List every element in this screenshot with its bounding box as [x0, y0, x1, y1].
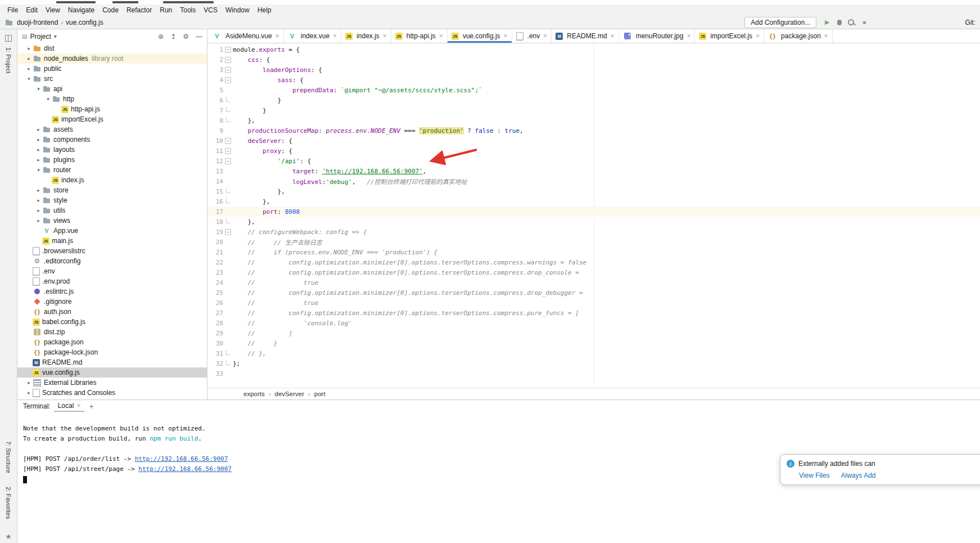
fold-marker-icon[interactable]	[223, 196, 233, 207]
tree-item-scratches-and-consoles[interactable]: ▸Scratches and Consoles	[17, 388, 207, 398]
menu-item-view[interactable]: View	[42, 5, 64, 15]
chevron-right-icon[interactable]: ▸	[35, 218, 42, 223]
fold-marker-icon[interactable]	[223, 156, 233, 166]
fold-marker-icon[interactable]	[223, 55, 233, 65]
fold-marker-icon[interactable]	[223, 75, 233, 85]
tree-item-auth-json[interactable]: {}auth.json	[17, 307, 207, 317]
project-tool-window-icon[interactable]	[5, 35, 12, 42]
git-widget-label[interactable]: Git:	[965, 19, 976, 26]
tool-window-button-1-project[interactable]: 1: Project	[5, 47, 12, 73]
tree-item-dist-zip[interactable]: dist.zip	[17, 327, 207, 337]
breadcrumb-project[interactable]: duoji-frontend	[16, 19, 59, 26]
editor-tab-index-vue[interactable]: Vindex.vue×	[284, 29, 341, 43]
chevron-down-icon[interactable]: ▾	[35, 167, 42, 173]
tree-item-browserslistrc[interactable]: .browserslistrc	[17, 246, 207, 256]
terminal-link[interactable]: http://192.168.66.56:9007	[135, 455, 228, 463]
tree-item-api[interactable]: ▾api	[17, 84, 207, 94]
close-icon[interactable]: ×	[333, 32, 337, 40]
menu-item-run[interactable]: Run	[156, 5, 176, 15]
chevron-down-icon[interactable]: ▾	[25, 76, 33, 82]
search-everywhere-icon[interactable]	[846, 17, 858, 28]
chevron-down-icon[interactable]: ▾	[54, 33, 57, 39]
fold-marker-icon[interactable]	[223, 146, 233, 156]
breadcrumb-file[interactable]: vue.config.js	[65, 19, 105, 26]
fold-marker-icon[interactable]	[223, 358, 233, 369]
tree-item-app-vue[interactable]: VApp.vue	[17, 226, 207, 236]
fold-marker-icon[interactable]	[223, 217, 233, 227]
chevron-right-icon[interactable]: ▸	[35, 198, 42, 203]
chevron-down-icon[interactable]: ▾	[44, 96, 52, 102]
new-terminal-button[interactable]: +	[89, 402, 93, 411]
menu-item-code[interactable]: Code	[98, 5, 123, 15]
chevron-down-icon[interactable]: ▾	[35, 86, 42, 92]
chevron-right-icon[interactable]: ▸	[35, 157, 42, 163]
chevron-right-icon[interactable]: ▸	[25, 380, 33, 385]
tree-item-index-js[interactable]: JSindex.js	[17, 175, 207, 185]
close-icon[interactable]: ×	[687, 32, 690, 40]
editor-tab-menurouter-jpg[interactable]: menuRouter.jpg×	[619, 29, 696, 43]
tree-item-style[interactable]: ▸style	[17, 195, 207, 205]
menu-item-tools[interactable]: Tools	[176, 5, 200, 15]
breadcrumb-exports[interactable]: exports	[243, 391, 265, 397]
tree-item-plugins[interactable]: ▸plugins	[17, 155, 207, 165]
fold-marker-icon[interactable]	[223, 348, 233, 358]
tree-item-readme-md[interactable]: MREADME.md	[17, 357, 207, 367]
menu-item-vcs[interactable]: VCS	[200, 5, 222, 15]
tree-item-layouts[interactable]: ▸layouts	[17, 145, 207, 155]
fold-marker-icon[interactable]	[223, 115, 233, 125]
chevron-right-icon[interactable]: ▸	[35, 147, 42, 152]
tree-item-http[interactable]: ▾http	[17, 94, 207, 104]
locate-file-icon[interactable]: ⊕	[158, 33, 164, 41]
menu-item-edit[interactable]: Edit	[22, 5, 42, 15]
tree-item-src[interactable]: ▾src	[17, 74, 207, 84]
tree-item-http-api-js[interactable]: JShttp-api.js	[17, 104, 207, 114]
editor-tab-vue-config-js[interactable]: JSvue.config.js×	[448, 29, 512, 43]
tree-item-router[interactable]: ▾router	[17, 165, 207, 175]
tree-item-views[interactable]: ▸views	[17, 216, 207, 226]
fold-marker-icon[interactable]	[223, 136, 233, 146]
chevron-right-icon[interactable]: ▸	[25, 390, 33, 396]
project-panel-title[interactable]: Project	[30, 33, 51, 41]
close-icon[interactable]: ×	[76, 402, 80, 410]
close-icon[interactable]: ×	[611, 32, 615, 40]
add-configuration-button[interactable]: Add Configuration...	[744, 17, 816, 28]
menu-item-navigate[interactable]: Navigate	[64, 5, 98, 15]
terminal-tab-local[interactable]: Local ×	[54, 401, 85, 412]
run-button-icon[interactable]: ▶	[821, 17, 833, 28]
close-icon[interactable]: ×	[439, 32, 443, 40]
settings-gear-icon[interactable]: ⚙	[183, 33, 189, 41]
editor-tab-index-js[interactable]: JSindex.js×	[341, 29, 391, 43]
close-icon[interactable]: ×	[504, 32, 508, 40]
chevron-right-icon[interactable]: ▸	[35, 208, 42, 213]
close-icon[interactable]: ×	[824, 32, 828, 40]
favorites-star-icon[interactable]: ★	[5, 532, 12, 541]
fold-marker-icon[interactable]	[223, 105, 233, 115]
stop-button-icon[interactable]: ■	[858, 17, 870, 28]
chevron-right-icon[interactable]: ▸	[35, 127, 42, 132]
editor-tab-package-json[interactable]: {}package.json×	[764, 29, 833, 43]
tree-item-env-prod[interactable]: .env.prod	[17, 276, 207, 286]
fold-marker-icon[interactable]	[223, 95, 233, 105]
close-icon[interactable]: ×	[543, 32, 547, 40]
hide-panel-icon[interactable]: —	[196, 33, 202, 41]
menu-item-window[interactable]: Window	[222, 5, 254, 15]
debug-button-icon[interactable]	[833, 17, 846, 28]
close-icon[interactable]: ×	[276, 32, 279, 40]
menu-item-file[interactable]: File	[3, 5, 22, 15]
tree-item-package-lock-json[interactable]: {}package-lock.json	[17, 347, 207, 357]
tree-item-public[interactable]: ▸public	[17, 64, 207, 74]
collapse-all-icon[interactable]: ↥	[170, 33, 176, 41]
tree-item-eslintrc-js[interactable]: .eslintrc.js	[17, 286, 207, 297]
tree-item-components[interactable]: ▸components	[17, 134, 207, 145]
editor-tab-http-api-js[interactable]: JShttp-api.js×	[391, 29, 448, 43]
editor-tab-readme-md[interactable]: MREADME.md×	[552, 29, 618, 43]
chevron-right-icon[interactable]: ▸	[25, 56, 33, 61]
tree-item-env[interactable]: .env	[17, 266, 207, 276]
tree-item-assets[interactable]: ▸assets	[17, 124, 207, 134]
terminal-link[interactable]: http://192.168.66.56:9007	[138, 465, 232, 473]
tree-item-store[interactable]: ▸store	[17, 185, 207, 195]
chevron-right-icon[interactable]: ▸	[25, 46, 33, 51]
close-icon[interactable]: ×	[383, 32, 387, 40]
tool-window-button-2-favorites[interactable]: 2: Favorites	[5, 487, 12, 519]
editor-tab-env[interactable]: .env×	[512, 29, 552, 43]
